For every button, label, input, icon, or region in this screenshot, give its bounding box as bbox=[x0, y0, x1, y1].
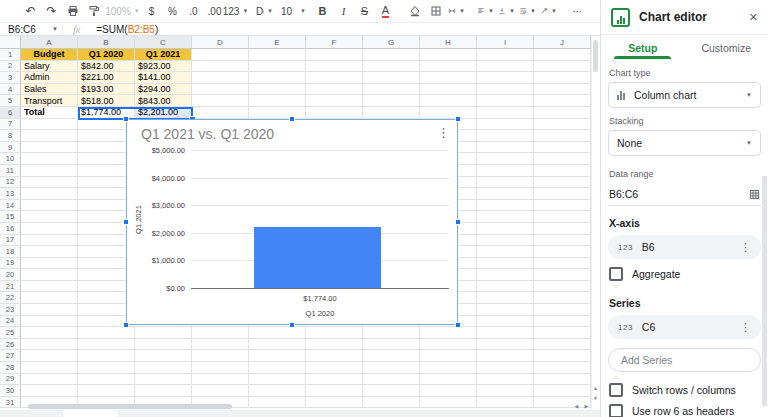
cell-G4[interactable] bbox=[363, 84, 420, 96]
chart-resize-handle[interactable] bbox=[289, 322, 295, 328]
column-header-B[interactable]: B bbox=[78, 36, 135, 49]
cell-A19[interactable] bbox=[21, 258, 78, 270]
chart-resize-handle[interactable] bbox=[455, 322, 461, 328]
cell-E4[interactable] bbox=[249, 84, 306, 96]
undo-button[interactable]: ↶ bbox=[20, 2, 41, 20]
cell-C28[interactable] bbox=[135, 362, 192, 374]
cell-H5[interactable] bbox=[420, 95, 477, 107]
cell-E25[interactable] bbox=[249, 327, 306, 339]
text-wrap-button[interactable]: ▼ bbox=[517, 2, 538, 20]
cell-G26[interactable] bbox=[363, 339, 420, 351]
column-header-G[interactable]: G bbox=[363, 36, 420, 49]
close-icon[interactable]: ✕ bbox=[749, 11, 758, 24]
aggregate-option[interactable]: Aggregate bbox=[609, 267, 760, 281]
cell-A2[interactable]: Salary bbox=[21, 61, 78, 73]
row-header-6[interactable]: 6 bbox=[0, 107, 21, 119]
cell-J20[interactable] bbox=[534, 269, 591, 281]
cell-A25[interactable] bbox=[21, 327, 78, 339]
cell-E3[interactable] bbox=[249, 72, 306, 84]
row-header-3[interactable]: 3 bbox=[0, 72, 21, 84]
cell-C4[interactable]: $294.00 bbox=[135, 84, 192, 96]
cell-J10[interactable] bbox=[534, 153, 591, 165]
cell-G5[interactable] bbox=[363, 95, 420, 107]
cell-C1[interactable]: Q1 2021 bbox=[135, 49, 192, 61]
cell-C30[interactable] bbox=[135, 385, 192, 397]
cell-G31[interactable] bbox=[363, 397, 420, 409]
row-header-18[interactable]: 18 bbox=[0, 246, 21, 258]
row-header-5[interactable]: 5 bbox=[0, 95, 21, 107]
cell-G3[interactable] bbox=[363, 72, 420, 84]
cell-F6[interactable] bbox=[306, 107, 363, 119]
cell-A13[interactable] bbox=[21, 188, 78, 200]
data-range-field[interactable]: B6:C6 bbox=[608, 183, 761, 206]
cell-H1[interactable] bbox=[420, 49, 477, 61]
checkbox-unchecked[interactable] bbox=[609, 267, 623, 281]
cell-E29[interactable] bbox=[249, 374, 306, 386]
cell-C26[interactable] bbox=[135, 339, 192, 351]
cell-I31[interactable] bbox=[477, 397, 534, 409]
cell-I15[interactable] bbox=[477, 211, 534, 223]
strikethrough-button[interactable]: S bbox=[354, 2, 375, 20]
cell-H29[interactable] bbox=[420, 374, 477, 386]
cell-I7[interactable] bbox=[477, 119, 534, 131]
kebab-menu-icon[interactable]: ⋮ bbox=[740, 321, 751, 334]
row-header-25[interactable]: 25 bbox=[0, 327, 21, 339]
row-header-26[interactable]: 26 bbox=[0, 339, 21, 351]
cell-A23[interactable] bbox=[21, 304, 78, 316]
checkbox-unchecked[interactable] bbox=[609, 383, 623, 397]
cell-J17[interactable] bbox=[534, 235, 591, 247]
chart-resize-handle[interactable] bbox=[123, 219, 129, 225]
more-formats-button[interactable]: 123▼ bbox=[225, 2, 246, 20]
scroll-left-arrow[interactable]: ◀ bbox=[572, 403, 581, 409]
cell-J11[interactable] bbox=[534, 165, 591, 177]
cell-J26[interactable] bbox=[534, 339, 591, 351]
cell-F26[interactable] bbox=[306, 339, 363, 351]
cell-I11[interactable] bbox=[477, 165, 534, 177]
cell-F28[interactable] bbox=[306, 362, 363, 374]
row-header-4[interactable]: 4 bbox=[0, 84, 21, 96]
cell-F4[interactable] bbox=[306, 84, 363, 96]
cell-J16[interactable] bbox=[534, 223, 591, 235]
row-header-27[interactable]: 27 bbox=[0, 350, 21, 362]
cell-H3[interactable] bbox=[420, 72, 477, 84]
cell-A11[interactable] bbox=[21, 165, 78, 177]
cell-A28[interactable] bbox=[21, 362, 78, 374]
cell-G6[interactable] bbox=[363, 107, 420, 119]
cell-F3[interactable] bbox=[306, 72, 363, 84]
cell-A1[interactable]: Budget bbox=[21, 49, 78, 61]
cell-A8[interactable] bbox=[21, 130, 78, 142]
cell-H28[interactable] bbox=[420, 362, 477, 374]
cell-H2[interactable] bbox=[420, 61, 477, 73]
stacking-select[interactable]: None ▼ bbox=[608, 130, 761, 156]
vertical-align-button[interactable]: ▼ bbox=[496, 2, 517, 20]
cell-A14[interactable] bbox=[21, 200, 78, 212]
cell-I16[interactable] bbox=[477, 223, 534, 235]
cell-J1[interactable] bbox=[534, 49, 591, 61]
fill-color-button[interactable] bbox=[404, 2, 425, 20]
cell-E5[interactable] bbox=[249, 95, 306, 107]
name-box[interactable]: B6:C6 ▼ bbox=[0, 23, 58, 35]
row-header-30[interactable]: 30 bbox=[0, 385, 21, 397]
cell-G30[interactable] bbox=[363, 385, 420, 397]
row-header-20[interactable]: 20 bbox=[0, 269, 21, 281]
formula-input[interactable]: =SUM(B2:B5) bbox=[90, 24, 158, 35]
cell-A30[interactable] bbox=[21, 385, 78, 397]
borders-button[interactable] bbox=[425, 2, 446, 20]
scroll-up-arrow[interactable]: ▲ bbox=[591, 385, 600, 391]
bold-button[interactable]: B bbox=[312, 2, 333, 20]
cell-I23[interactable] bbox=[477, 304, 534, 316]
cell-A16[interactable] bbox=[21, 223, 78, 235]
row-header-2[interactable]: 2 bbox=[0, 61, 21, 73]
cell-H27[interactable] bbox=[420, 350, 477, 362]
cell-A3[interactable]: Admin bbox=[21, 72, 78, 84]
cell-B28[interactable] bbox=[78, 362, 135, 374]
series-chip[interactable]: 123 C6 ⋮ bbox=[608, 315, 761, 339]
cell-J22[interactable] bbox=[534, 292, 591, 304]
chart-menu-kebab-icon[interactable]: ⋮ bbox=[437, 125, 450, 140]
cell-I19[interactable] bbox=[477, 258, 534, 270]
cell-J24[interactable] bbox=[534, 316, 591, 328]
add-series-input[interactable]: Add Series bbox=[608, 348, 761, 372]
cell-E2[interactable] bbox=[249, 61, 306, 73]
embedded-chart[interactable]: Q1 2021 vs. Q1 2020 ⋮ $0.00$1,000.00$2,0… bbox=[126, 119, 458, 325]
cell-I8[interactable] bbox=[477, 130, 534, 142]
